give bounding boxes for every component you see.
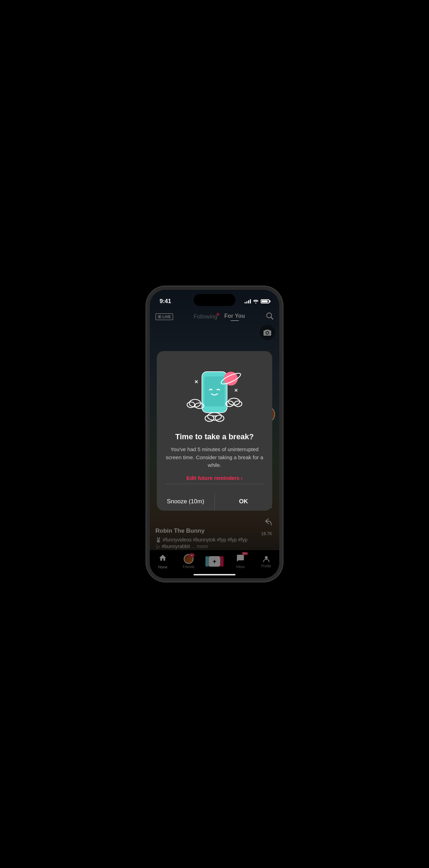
svg-point-14: [187, 402, 195, 407]
svg-point-21: [215, 415, 224, 421]
svg-text:✕: ✕: [194, 379, 198, 385]
ok-button[interactable]: OK: [215, 492, 273, 511]
modal-description: You've had 5 minutes of uninterrupted sc…: [165, 446, 264, 469]
status-icons: [245, 299, 269, 303]
edit-reminders-link[interactable]: Edit future reminders ›: [187, 475, 243, 481]
modal-body: ✕ ✕ Time to take a break? You've had 5 m…: [157, 351, 272, 492]
home-indicator: [194, 574, 235, 575]
phone-frame: 9:41 LIVE: [146, 286, 283, 582]
modal-title: Time to take a break?: [175, 432, 254, 441]
wifi-icon: [253, 299, 259, 303]
modal-divider: [165, 484, 264, 484]
svg-point-20: [205, 415, 214, 421]
svg-text:✕: ✕: [234, 388, 238, 393]
phone-illustration: ✕ ✕: [183, 362, 246, 425]
battery-icon: [261, 299, 269, 303]
status-time: 9:41: [160, 298, 171, 305]
dynamic-island: [194, 294, 235, 306]
snooze-button[interactable]: Snooze (10m): [157, 492, 215, 511]
modal-actions: Snooze (10m) OK: [157, 492, 272, 511]
signal-icon: [245, 299, 251, 303]
break-reminder-modal: ✕ ✕ Time to take a break? You've had 5 m…: [157, 351, 272, 511]
